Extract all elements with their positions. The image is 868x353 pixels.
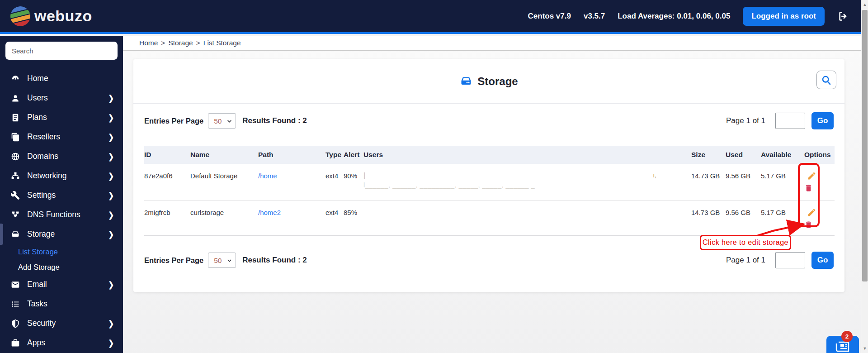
scrollbar-down-arrow-icon[interactable]: ▼ bbox=[861, 345, 868, 352]
topbar: webuzo Centos v7.9 v3.5.7 Load Averages:… bbox=[0, 0, 868, 34]
column-header-name: Name bbox=[190, 146, 258, 164]
cell-id: 2migfrcb bbox=[144, 200, 190, 235]
cell-type: ext4 bbox=[326, 164, 344, 200]
dns-icon bbox=[10, 210, 20, 220]
pencil-icon bbox=[807, 171, 816, 182]
resellers-icon bbox=[10, 132, 20, 142]
delete-storage-button[interactable] bbox=[804, 183, 813, 194]
webuzo-globe-icon bbox=[10, 6, 31, 27]
sidebar-item-label: Email bbox=[27, 280, 47, 289]
notification-badge: 2 bbox=[841, 331, 853, 342]
chevron-right-icon: ❯ bbox=[108, 152, 114, 161]
go-button-bottom[interactable]: Go bbox=[811, 252, 834, 269]
sidebar-item-storage[interactable]: Storage❯ bbox=[0, 224, 123, 244]
breadcrumb-link-list-storage[interactable]: List Storage bbox=[203, 39, 241, 47]
edit-storage-button[interactable] bbox=[807, 208, 816, 219]
breadcrumb-link-home[interactable]: Home bbox=[139, 39, 158, 47]
entries-per-page-select-bottom[interactable]: 50 bbox=[208, 253, 236, 268]
storage-drive-icon bbox=[460, 75, 472, 88]
sidebar: HomeUsers❯Plans❯Resellers❯Domains❯Networ… bbox=[0, 36, 123, 353]
pencil-icon bbox=[807, 208, 816, 219]
cell-users bbox=[363, 200, 691, 235]
sidebar-item-label: Users bbox=[27, 93, 48, 103]
search-icon bbox=[821, 75, 832, 86]
breadcrumb-link-storage[interactable]: Storage bbox=[168, 39, 193, 47]
sidebar-item-networking[interactable]: Networking❯ bbox=[0, 166, 123, 186]
chevron-right-icon: ❯ bbox=[108, 319, 114, 328]
column-header-path: Path bbox=[258, 146, 326, 164]
column-header-alert: Alert bbox=[344, 146, 363, 164]
cell-alert: 90% bbox=[344, 164, 363, 200]
cell-used: 9.56 GB bbox=[726, 200, 761, 235]
logout-icon[interactable] bbox=[837, 10, 850, 23]
sidebar-item-email[interactable]: Email❯ bbox=[0, 275, 123, 294]
sidebar-item-plans[interactable]: Plans❯ bbox=[0, 108, 123, 127]
delete-storage-button[interactable] bbox=[804, 220, 813, 231]
sidebar-item-users[interactable]: Users❯ bbox=[0, 88, 123, 108]
sidebar-item-resellers[interactable]: Resellers❯ bbox=[0, 127, 123, 147]
results-found-label: Results Found : 2 bbox=[242, 116, 307, 125]
user-icon bbox=[10, 93, 20, 103]
table-search-button[interactable] bbox=[816, 71, 836, 89]
edit-annotation-label: Click here to edit storage bbox=[700, 235, 791, 250]
sidebar-item-label: Resellers bbox=[27, 132, 60, 142]
breadcrumb-separator: > bbox=[161, 39, 165, 47]
email-icon bbox=[10, 280, 20, 290]
sidebar-item-domains[interactable]: Domains❯ bbox=[0, 147, 123, 166]
cell-id: 87e2a0f6 bbox=[144, 164, 190, 200]
chevron-right-icon: ❯ bbox=[108, 280, 114, 289]
sidebar-item-label: Apps bbox=[27, 338, 45, 348]
sidebar-item-label: Plans bbox=[27, 113, 47, 122]
column-header-available: Available bbox=[761, 146, 804, 164]
go-button[interactable]: Go bbox=[811, 112, 834, 129]
table-row: 87e2a0f6Default Storage/homeext490%|ı,l_… bbox=[144, 164, 835, 200]
apps-icon bbox=[10, 338, 20, 348]
page-scrollbar[interactable]: ▲ ▼ bbox=[861, 0, 868, 353]
page-number-input[interactable] bbox=[775, 113, 805, 129]
chevron-right-icon: ❯ bbox=[108, 171, 114, 181]
sidebar-item-security[interactable]: Security❯ bbox=[0, 314, 123, 333]
cell-size: 14.73 GB bbox=[691, 164, 726, 200]
breadcrumb-separator: > bbox=[196, 39, 200, 47]
column-header-id: ID bbox=[144, 146, 190, 164]
chevron-right-icon: ❯ bbox=[108, 338, 114, 348]
sidebar-item-label: Networking bbox=[27, 171, 67, 181]
sidebar-search-input[interactable] bbox=[5, 42, 118, 60]
entries-per-page-select[interactable]: 50 bbox=[208, 113, 236, 129]
sidebar-item-label: Home bbox=[27, 74, 48, 83]
page-number-input-bottom[interactable] bbox=[775, 252, 805, 268]
tasks-icon bbox=[10, 299, 20, 309]
cell-type: ext4 bbox=[326, 200, 344, 235]
logged-in-as-root-button[interactable]: Logged in as root bbox=[743, 7, 825, 26]
shield-icon bbox=[10, 319, 20, 329]
scrollbar-up-arrow-icon[interactable]: ▲ bbox=[861, 1, 868, 8]
trash-icon bbox=[804, 220, 813, 231]
sidebar-item-label: Security bbox=[27, 319, 56, 328]
sidebar-item-dns-functions[interactable]: DNS Functions❯ bbox=[0, 205, 123, 224]
column-header-size: Size bbox=[691, 146, 726, 164]
sidebar-subitem-add-storage[interactable]: Add Storage bbox=[0, 259, 123, 275]
results-found-label-bottom: Results Found : 2 bbox=[242, 256, 307, 265]
scrollbar-thumb[interactable] bbox=[862, 10, 868, 281]
chevron-right-icon: ❯ bbox=[108, 191, 114, 200]
edit-storage-button[interactable] bbox=[807, 171, 816, 182]
sidebar-item-tasks[interactable]: Tasks bbox=[0, 294, 123, 314]
sidebar-item-apps[interactable]: Apps❯ bbox=[0, 333, 123, 353]
sidebar-subitem-list-storage[interactable]: List Storage bbox=[0, 244, 123, 259]
page-title: Storage bbox=[477, 75, 518, 88]
path-link[interactable]: /home2 bbox=[258, 209, 281, 216]
webuzo-logo: webuzo bbox=[10, 6, 92, 27]
path-link[interactable]: /home bbox=[258, 172, 277, 180]
sidebar-menu: HomeUsers❯Plans❯Resellers❯Domains❯Networ… bbox=[0, 62, 123, 353]
sidebar-item-home[interactable]: Home bbox=[0, 69, 123, 88]
sidebar-item-settings[interactable]: Settings❯ bbox=[0, 186, 123, 205]
network-icon bbox=[10, 171, 20, 181]
storage-icon bbox=[10, 229, 20, 239]
sidebar-item-label: Domains bbox=[27, 152, 58, 161]
plans-icon bbox=[10, 113, 20, 123]
page-of-label: Page 1 of 1 bbox=[726, 116, 765, 125]
column-header-options: Options bbox=[804, 146, 835, 164]
breadcrumb: Home>Storage>List Storage bbox=[123, 36, 868, 51]
table-header-row: IDNamePathTypeAlertUsersSizeUsedAvailabl… bbox=[144, 146, 835, 164]
cell-available: 5.17 GB bbox=[761, 164, 804, 200]
